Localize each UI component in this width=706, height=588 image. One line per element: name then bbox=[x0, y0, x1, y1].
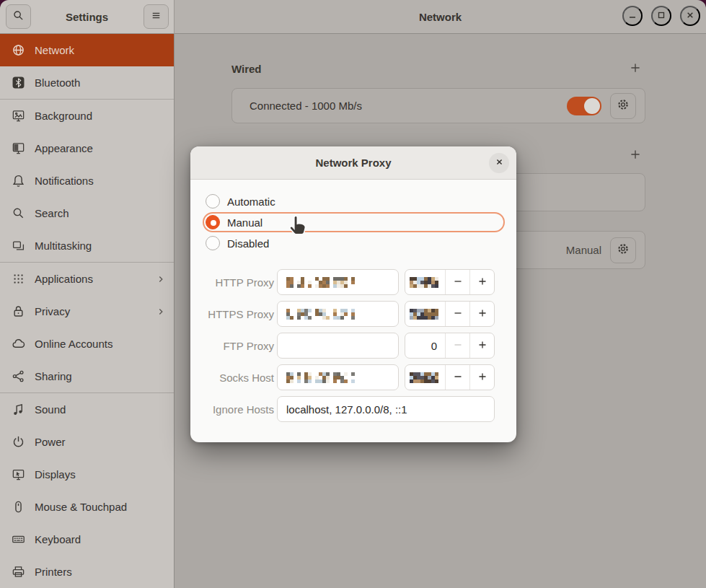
wired-connection-row[interactable]: Connected - 1000 Mb/s bbox=[231, 88, 645, 123]
ftp-proxy-row: FTP Proxy 0 bbox=[203, 333, 495, 359]
sidebar-item-label: Background bbox=[35, 110, 92, 122]
sidebar-item-label: Applications bbox=[35, 273, 93, 285]
increment-button[interactable] bbox=[469, 270, 494, 294]
wired-section-title: Wired bbox=[231, 63, 262, 75]
displays-icon bbox=[11, 468, 25, 482]
socks-port-spinner[interactable] bbox=[405, 364, 495, 390]
ftp-proxy-label: FTP Proxy bbox=[203, 340, 274, 352]
ignore-hosts-input[interactable]: localhost, 127.0.0.0/8, ::1 bbox=[277, 396, 495, 422]
dialog-close-button[interactable] bbox=[489, 153, 509, 173]
http-proxy-label: HTTP Proxy bbox=[203, 276, 274, 289]
search-icon bbox=[11, 206, 25, 221]
sound-icon bbox=[11, 403, 25, 417]
sidebar-item-label: Mouse & Touchpad bbox=[35, 501, 127, 513]
sidebar-item-mouse-touchpad[interactable]: Mouse & Touchpad bbox=[0, 491, 174, 523]
gear-icon bbox=[617, 242, 630, 258]
http-proxy-port-spinner[interactable] bbox=[405, 269, 495, 295]
sidebar-item-network[interactable]: Network bbox=[0, 34, 174, 66]
main-headerbar: Network bbox=[175, 0, 706, 34]
chevron-right-icon bbox=[155, 273, 167, 285]
sidebar-item-online-accounts[interactable]: Online Accounts bbox=[0, 328, 174, 360]
minimize-button[interactable] bbox=[622, 6, 643, 26]
decrement-button[interactable] bbox=[445, 365, 469, 390]
option-manual[interactable]: Manual bbox=[203, 212, 505, 232]
sidebar-item-applications[interactable]: Applications bbox=[0, 263, 174, 295]
option-disabled[interactable]: Disabled bbox=[203, 233, 505, 253]
sidebar-item-label: Printers bbox=[35, 566, 72, 578]
wired-settings-button[interactable] bbox=[610, 93, 636, 119]
sidebar-item-label: Multitasking bbox=[35, 240, 92, 252]
wired-section-header: Wired bbox=[231, 59, 647, 78]
sidebar-item-notifications[interactable]: Notifications bbox=[0, 164, 174, 197]
sidebar-item-label: Keyboard bbox=[35, 533, 81, 545]
add-wired-connection-button[interactable] bbox=[626, 59, 645, 78]
dialog-headerbar: Network Proxy bbox=[190, 146, 516, 180]
sidebar-item-search[interactable]: Search bbox=[0, 197, 174, 229]
ftp-proxy-host-input[interactable] bbox=[277, 333, 399, 359]
socks-host-label: Socks Host bbox=[203, 372, 274, 384]
plus-icon bbox=[477, 307, 488, 321]
sidebar-item-displays[interactable]: Displays bbox=[0, 458, 174, 491]
sidebar-item-printers[interactable]: Printers bbox=[0, 556, 174, 588]
proxy-settings-button[interactable] bbox=[610, 237, 636, 263]
http-proxy-row: HTTP Proxy bbox=[203, 269, 495, 295]
hand-cursor bbox=[289, 214, 309, 240]
increment-button[interactable] bbox=[469, 365, 494, 390]
maximize-button[interactable] bbox=[651, 6, 671, 26]
sharing-icon bbox=[11, 369, 25, 384]
increment-button[interactable] bbox=[469, 302, 494, 326]
minus-icon bbox=[452, 307, 464, 321]
increment-button[interactable] bbox=[469, 333, 494, 358]
online-accounts-icon bbox=[11, 337, 25, 351]
option-automatic[interactable]: Automatic bbox=[203, 191, 505, 211]
decrement-button[interactable] bbox=[445, 270, 469, 294]
plus-icon bbox=[629, 61, 642, 76]
wired-status-text: Connected - 1000 Mb/s bbox=[250, 100, 362, 112]
dialog-title: Network Proxy bbox=[315, 157, 391, 169]
applications-icon bbox=[11, 272, 25, 286]
decrement-button-disabled[interactable] bbox=[445, 333, 469, 358]
minus-icon bbox=[452, 371, 464, 385]
sidebar-item-label: Network bbox=[35, 44, 74, 56]
sidebar-item-bluetooth[interactable]: Bluetooth bbox=[0, 66, 174, 99]
gear-icon bbox=[617, 98, 630, 113]
http-proxy-host-input[interactable] bbox=[277, 269, 399, 295]
https-proxy-port-spinner[interactable] bbox=[405, 301, 495, 327]
sidebar-item-label: Power bbox=[35, 436, 66, 448]
sidebar-item-label: Privacy bbox=[35, 305, 70, 317]
sidebar-item-appearance[interactable]: Appearance bbox=[0, 132, 174, 164]
ignore-hosts-row: Ignore Hosts localhost, 127.0.0.0/8, ::1 bbox=[203, 396, 495, 422]
hamburger-menu-icon bbox=[150, 9, 162, 24]
sidebar-item-power[interactable]: Power bbox=[0, 426, 174, 458]
redacted-host-value bbox=[286, 309, 355, 320]
ftp-proxy-port-spinner[interactable]: 0 bbox=[405, 333, 495, 359]
maximize-icon bbox=[656, 9, 667, 23]
minus-icon bbox=[452, 276, 464, 289]
plus-icon bbox=[477, 339, 488, 353]
plus-icon bbox=[629, 148, 642, 163]
sidebar-item-label: Sound bbox=[35, 403, 66, 416]
sidebar-item-label: Displays bbox=[35, 468, 76, 481]
https-proxy-host-input[interactable] bbox=[277, 301, 399, 327]
privacy-icon bbox=[11, 304, 25, 319]
sidebar-item-privacy[interactable]: Privacy bbox=[0, 295, 174, 328]
add-vpn-button[interactable] bbox=[626, 146, 645, 164]
close-button[interactable] bbox=[680, 6, 700, 26]
redacted-host-value bbox=[286, 277, 355, 288]
decrement-button[interactable] bbox=[445, 302, 469, 326]
appearance-icon bbox=[11, 141, 25, 156]
sidebar-item-multitasking[interactable]: Multitasking bbox=[0, 229, 174, 262]
sidebar-item-keyboard[interactable]: Keyboard bbox=[0, 523, 174, 556]
socks-port-value bbox=[405, 365, 445, 390]
sidebar-item-background[interactable]: Background bbox=[0, 100, 174, 132]
https-proxy-port-value bbox=[405, 302, 445, 326]
primary-menu-button[interactable] bbox=[144, 4, 169, 29]
sidebar-item-sharing[interactable]: Sharing bbox=[0, 360, 174, 392]
wired-toggle[interactable] bbox=[567, 97, 601, 115]
sidebar-item-sound[interactable]: Sound bbox=[0, 393, 174, 426]
printers-icon bbox=[11, 565, 25, 579]
plus-icon bbox=[477, 276, 488, 289]
socks-host-input[interactable] bbox=[277, 364, 399, 390]
redacted-host-value bbox=[286, 372, 355, 383]
settings-window: Settings Network NetworkBluetoothBackgro… bbox=[0, 0, 706, 588]
